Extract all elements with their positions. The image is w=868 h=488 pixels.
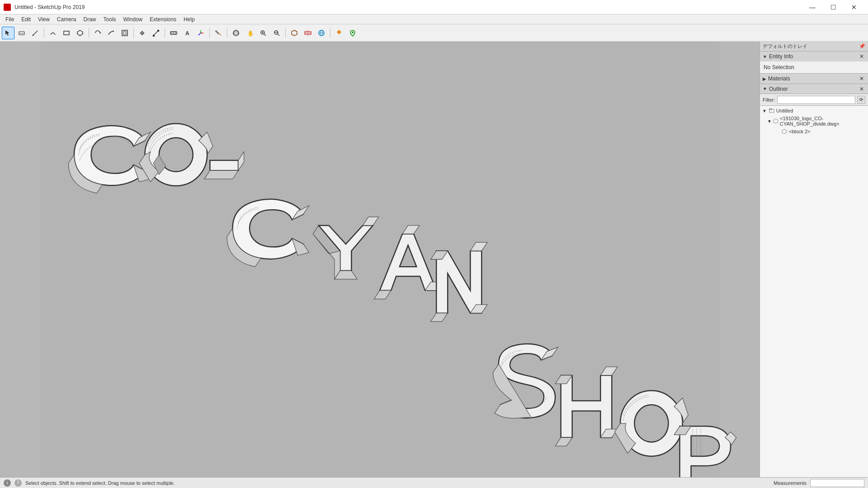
title-bar-left: Untitled - SketchUp Pro 2019 — [4, 4, 85, 11]
outliner-close-btn[interactable]: ✕ — [858, 86, 865, 92]
svg-rect-8 — [123, 32, 126, 34]
tool-scale[interactable] — [150, 27, 162, 39]
menu-tools[interactable]: Tools — [100, 15, 120, 23]
title-bar: Untitled - SketchUp Pro 2019 — ☐ ✕ — [0, 0, 868, 14]
tool-sectionplane[interactable] — [302, 27, 314, 39]
entity-info-section: ▼ Entity Info ✕ No Selection — [760, 52, 868, 74]
svg-point-2 — [33, 34, 34, 36]
separator-6 — [227, 28, 227, 38]
status-bar: i ? Select objects. Shift to extend sele… — [0, 477, 868, 488]
help-icon[interactable]: ? — [14, 479, 22, 487]
svg-rect-43 — [40, 42, 719, 477]
outliner-item-block2[interactable]: <block 2> — [760, 127, 868, 136]
entity-info-close-btn[interactable]: ✕ — [858, 53, 865, 60]
menu-file[interactable]: File — [2, 15, 18, 23]
svg-rect-3 — [64, 31, 69, 35]
tool-geo[interactable] — [315, 27, 328, 39]
svg-rect-11 — [153, 35, 155, 37]
tool-paint[interactable] — [212, 27, 225, 39]
toolbar: ✥ A ✋ — [0, 24, 868, 42]
outliner-component-icon-1 — [773, 118, 778, 124]
svg-point-48 — [634, 405, 668, 442]
entity-info-header[interactable]: ▼ Entity Info ✕ — [760, 52, 868, 61]
separator-5 — [209, 28, 210, 38]
outliner-filter-row: Filter: ⟳ — [760, 94, 868, 106]
viewport[interactable] — [0, 42, 760, 477]
outliner-filter-input[interactable] — [777, 96, 856, 104]
menu-edit[interactable]: Edit — [18, 15, 34, 23]
tool-geo-location[interactable] — [346, 27, 359, 39]
svg-marker-52 — [782, 129, 787, 134]
outliner-expand-untitled[interactable]: ▼ — [762, 108, 767, 113]
outliner-expand-comp1[interactable]: ▼ — [767, 118, 772, 124]
materials-header[interactable]: ▶ Materials ✕ — [760, 74, 868, 84]
svg-rect-7 — [122, 30, 127, 36]
tool-offset[interactable] — [118, 27, 131, 39]
tool-select[interactable] — [2, 27, 14, 39]
tool-rectangle[interactable] — [60, 27, 73, 39]
outliner-label-block2: <block 2> — [789, 129, 811, 134]
outliner-content: ▼ Untitled ▼ <191030_logo_CO-CYAN_SHOP_d… — [760, 106, 868, 477]
tool-axes[interactable] — [194, 27, 207, 39]
tray-pin-icon[interactable]: 📌 — [859, 43, 865, 49]
menu-camera[interactable]: Camera — [53, 15, 80, 23]
app-icon — [4, 4, 11, 11]
tool-zoom[interactable] — [257, 27, 269, 39]
svg-line-20 — [198, 33, 201, 35]
tool-orbit[interactable] — [230, 27, 242, 39]
tool-rotate[interactable] — [91, 27, 104, 39]
measurements-label: Measurements — [774, 480, 807, 486]
svg-text:✋: ✋ — [247, 30, 253, 37]
svg-point-37 — [338, 31, 340, 33]
menu-help[interactable]: Help — [180, 15, 198, 23]
outliner-expand-block2[interactable] — [774, 129, 780, 134]
svg-rect-46 — [210, 160, 238, 171]
tool-tape[interactable] — [167, 27, 180, 39]
close-button[interactable]: ✕ — [844, 0, 864, 14]
entity-info-arrow: ▼ — [763, 54, 767, 59]
outliner-model-icon — [769, 108, 775, 114]
menu-draw[interactable]: Draw — [80, 15, 100, 23]
svg-text:✥: ✥ — [140, 30, 145, 37]
tool-pan[interactable]: ✋ — [243, 27, 256, 39]
separator-4 — [165, 28, 165, 38]
window-title: Untitled - SketchUp Pro 2019 — [14, 4, 85, 10]
title-bar-controls: — ☐ ✕ — [802, 0, 864, 14]
svg-point-21 — [233, 30, 239, 36]
tool-eraser[interactable] — [15, 27, 28, 39]
tool-move[interactable]: ✥ — [136, 27, 149, 39]
status-text: Select objects. Shift to extend select. … — [25, 480, 770, 486]
outliner-filter-refresh-btn[interactable]: ⟳ — [857, 96, 865, 104]
menu-window[interactable]: Window — [120, 15, 146, 23]
tool-zoomextents[interactable] — [270, 27, 283, 39]
tool-arc[interactable] — [47, 27, 59, 39]
materials-close-btn[interactable]: ✕ — [858, 75, 865, 82]
menu-view[interactable]: View — [34, 15, 53, 23]
outliner-item-component1[interactable]: ▼ <191030_logo_CO-CYAN_SHOP_divide.dwg> — [760, 115, 868, 127]
tool-shadow[interactable] — [333, 27, 345, 39]
svg-line-1 — [33, 31, 38, 35]
menu-bar: File Edit View Camera Draw Tools Window … — [0, 14, 868, 24]
outliner-label-comp1: <191030_logo_CO-CYAN_SHOP_divide.dwg> — [780, 116, 866, 127]
svg-point-22 — [233, 32, 239, 34]
measurements-input[interactable] — [810, 479, 864, 487]
svg-marker-51 — [774, 119, 778, 123]
outliner-filter-label: Filter: — [763, 97, 775, 103]
svg-marker-31 — [292, 30, 297, 36]
tool-pencil[interactable] — [29, 27, 42, 39]
tool-text[interactable]: A — [181, 27, 193, 39]
separator-2 — [89, 28, 89, 38]
outliner-header[interactable]: ▼ Outliner ✕ — [760, 84, 868, 94]
maximize-button[interactable]: ☐ — [823, 0, 844, 14]
svg-line-25 — [264, 34, 266, 36]
outliner-label-untitled: Untitled — [776, 108, 793, 113]
minimize-button[interactable]: — — [802, 0, 823, 14]
tool-components[interactable] — [288, 27, 301, 39]
tool-pushpull[interactable] — [74, 27, 86, 39]
outliner-item-untitled[interactable]: ▼ Untitled — [760, 107, 868, 115]
tray-header: デフォルトのトレイ 📌 — [760, 42, 868, 52]
right-panel: デフォルトのトレイ 📌 ▼ Entity Info ✕ No Selection… — [760, 42, 868, 477]
tool-followme[interactable] — [105, 27, 118, 39]
info-icon[interactable]: i — [4, 479, 11, 487]
menu-extensions[interactable]: Extensions — [146, 15, 180, 23]
